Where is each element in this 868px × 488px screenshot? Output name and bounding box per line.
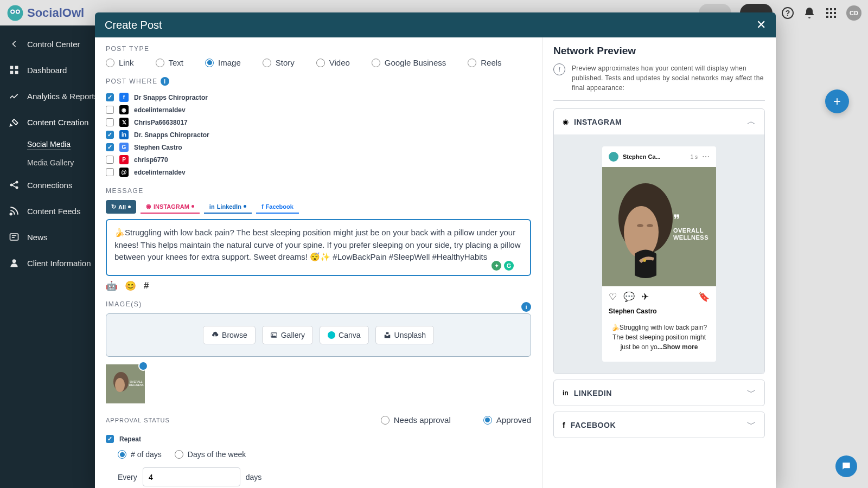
- close-icon[interactable]: ✕: [756, 18, 766, 32]
- label: Connections: [27, 181, 72, 190]
- post-type-google-business[interactable]: Google Business: [372, 58, 446, 67]
- unsplash-icon: [384, 331, 391, 339]
- repeat-num-days[interactable]: # of days: [118, 450, 162, 459]
- post-type-reels[interactable]: Reels: [468, 58, 501, 67]
- brand-logo[interactable]: SocialOwl: [7, 4, 84, 22]
- more-dots-icon[interactable]: ⋯: [702, 152, 710, 161]
- preview-linkedin-header[interactable]: in LINKEDIN ﹀: [554, 380, 764, 406]
- sidebar-item-analytics[interactable]: Analytics & Reports: [0, 83, 95, 109]
- approval-needs[interactable]: Needs approval: [381, 415, 451, 425]
- svg-rect-14: [830, 16, 832, 18]
- hashtag-icon[interactable]: #: [144, 280, 149, 292]
- message-textarea[interactable]: [106, 219, 531, 276]
- sidebar-sub-media-gallery[interactable]: Media Gallery: [0, 153, 95, 172]
- svg-rect-19: [15, 71, 18, 74]
- svg-rect-8: [830, 8, 832, 10]
- emoji-icon[interactable]: 😊: [125, 280, 136, 292]
- account-row: GStephen Castro: [106, 141, 531, 153]
- bookmark-icon[interactable]: 🔖: [698, 291, 710, 303]
- message-label: MESSAGE: [106, 187, 531, 195]
- ig-avatar: [609, 152, 618, 162]
- pinterest-icon: P: [119, 155, 129, 164]
- cloud-upload-icon: [211, 331, 219, 339]
- account-checkbox[interactable]: [106, 156, 114, 164]
- post-type-link[interactable]: Link: [106, 58, 134, 67]
- every-input[interactable]: [143, 467, 240, 486]
- canva-button[interactable]: Canva: [320, 326, 368, 344]
- sidebar-item-news[interactable]: News: [0, 224, 95, 250]
- svg-rect-18: [10, 71, 14, 74]
- msg-tab-facebook[interactable]: f Facebook: [256, 200, 299, 214]
- chevron-left-icon: [9, 38, 20, 49]
- ai-icon[interactable]: ✦: [492, 261, 501, 271]
- message-under-tools: 🤖 😊 #: [106, 276, 531, 300]
- apps-grid-icon[interactable]: [825, 7, 838, 20]
- account-row: @edcelinternaldev: [106, 166, 531, 178]
- ig-caption-author: Stephen Castro: [602, 307, 716, 323]
- label: Control Center: [27, 40, 80, 49]
- browse-button[interactable]: Browse: [203, 326, 256, 344]
- heart-icon[interactable]: ♡: [609, 291, 617, 303]
- account-checkbox[interactable]: [106, 131, 114, 139]
- share-icon: [9, 179, 20, 190]
- svg-rect-7: [826, 8, 828, 10]
- account-checkbox[interactable]: [106, 93, 114, 101]
- canva-icon: [328, 331, 335, 339]
- help-icon[interactable]: ?: [781, 7, 794, 20]
- repeat-checkbox[interactable]: [106, 435, 114, 443]
- brand-name: SocialOwl: [27, 6, 84, 20]
- post-type-text[interactable]: Text: [156, 58, 184, 67]
- msg-tab-all[interactable]: ↻ All: [106, 200, 136, 214]
- account-checkbox[interactable]: [106, 118, 114, 126]
- sidebar-item-control-center[interactable]: Control Center: [0, 31, 95, 57]
- sidebar-item-content-feeds[interactable]: Content Feeds: [0, 198, 95, 224]
- svg-point-0: [8, 5, 23, 21]
- svg-point-27: [272, 334, 273, 335]
- accounts-list: fDr Snapps Chiropractor ◉edcelinternalde…: [106, 91, 531, 178]
- account-row: inDr. Snapps Chiropractor: [106, 129, 531, 141]
- account-checkbox[interactable]: [106, 106, 114, 114]
- comment-icon[interactable]: 💬: [623, 291, 635, 303]
- account-checkbox[interactable]: [106, 168, 114, 176]
- gallery-button[interactable]: Gallery: [262, 326, 313, 344]
- ai-generate-icon[interactable]: 🤖: [106, 280, 117, 292]
- sidebar-item-content-creation[interactable]: Content Creation: [0, 109, 95, 135]
- message-tabs: ↻ All ◉ INSTAGRAM in LinkedIn f Facebook: [106, 200, 531, 214]
- sidebar-item-connections[interactable]: Connections: [0, 172, 95, 198]
- svg-point-25: [12, 259, 16, 263]
- post-type-video[interactable]: Video: [316, 58, 350, 67]
- label: Content Creation: [27, 118, 88, 127]
- approval-row: APPROVAL STATUS Needs approval Approved: [106, 415, 531, 425]
- info-icon[interactable]: i: [161, 77, 169, 86]
- post-type-story[interactable]: Story: [263, 58, 295, 67]
- svg-rect-13: [826, 16, 828, 18]
- preview-facebook-header[interactable]: f FACEBOOK ﹀: [554, 412, 764, 438]
- send-icon[interactable]: ✈: [641, 291, 649, 303]
- msg-tab-instagram[interactable]: ◉ INSTAGRAM: [141, 200, 200, 214]
- preview-title: Network Preview: [553, 45, 765, 57]
- chat-icon: [841, 461, 852, 472]
- show-more-link[interactable]: ...Show more: [658, 343, 698, 351]
- sidebar-sub-social-media[interactable]: Social Media: [0, 135, 95, 153]
- sidebar-item-dashboard[interactable]: Dashboard: [0, 57, 95, 83]
- repeat-days-of-week[interactable]: Days of the week: [175, 450, 246, 459]
- preview-instagram-header[interactable]: ◉ INSTAGRAM ︿: [554, 109, 764, 134]
- chart-icon: [9, 91, 20, 101]
- msg-tab-linkedin[interactable]: in LinkedIn: [204, 200, 252, 214]
- image-thumbnail[interactable]: OVERALLWELLNESS: [106, 364, 145, 403]
- image-drop-zone[interactable]: Browse Gallery Canva Unsplash: [106, 313, 531, 357]
- bell-icon[interactable]: [803, 7, 816, 20]
- grammarly-icon[interactable]: G: [504, 261, 514, 271]
- user-avatar[interactable]: CD: [846, 5, 861, 21]
- chat-bubble[interactable]: [835, 455, 857, 477]
- unsplash-button[interactable]: Unsplash: [375, 326, 434, 344]
- post-type-image[interactable]: Image: [205, 58, 241, 67]
- sidebar-item-client-info[interactable]: Client Information: [0, 250, 95, 276]
- account-checkbox[interactable]: [106, 143, 114, 151]
- ig-card-header: Stephen Ca... 1 s ⋯: [602, 146, 716, 167]
- chevron-up-icon: ︿: [747, 116, 756, 127]
- modal-left: POST TYPE Link Text Image Story Video Go…: [95, 37, 542, 488]
- create-fab[interactable]: +: [825, 89, 849, 113]
- images-info-icon[interactable]: i: [521, 302, 531, 312]
- approval-approved[interactable]: Approved: [483, 415, 531, 425]
